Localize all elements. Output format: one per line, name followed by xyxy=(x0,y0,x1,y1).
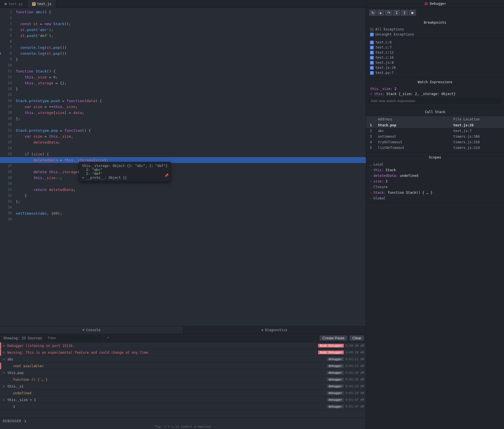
uncaught-exceptions-checkbox[interactable]: ✓Uncaught Exceptions xyxy=(366,32,504,37)
filter-input[interactable] xyxy=(46,335,102,341)
sources-label: Showing: 23 Sources xyxy=(2,336,44,341)
step-into-button[interactable]: ↧ xyxy=(393,9,400,16)
step-out-button[interactable]: ↥ xyxy=(400,9,408,16)
callstack-row[interactable]: 1Stack.poptest.js:26 xyxy=(366,122,504,128)
diagnostics-icon: ⎈ xyxy=(261,328,263,332)
checkbox-icon: ✓ xyxy=(370,71,374,75)
scope-local[interactable]: ⌄Local xyxy=(366,162,504,167)
debugger-label: DEBUGGER xyxy=(3,419,21,423)
console-row: ⊘Debugger listening on port 15116.Node D… xyxy=(0,342,366,349)
scope-var[interactable]: ›deletedData: undefined xyxy=(366,173,504,179)
checkbox-icon: ✓ xyxy=(370,41,374,44)
tab-label: test.js xyxy=(37,2,52,6)
debugger-input-row[interactable]: DEBUGGER ❯ xyxy=(0,418,366,424)
breakpoint-item[interactable]: ✓test.c:11 xyxy=(366,50,504,55)
continue-button[interactable]: ▸ xyxy=(377,9,385,16)
tab-test-py[interactable]: test.py xyxy=(0,0,28,8)
callstack-header: AddressFile Location xyxy=(366,116,504,122)
all-exceptions-checkbox[interactable]: All Exceptions xyxy=(366,27,504,32)
console-row: <not available>debugger9:01:11 AM xyxy=(0,363,366,369)
breakpoints-title: Breakpoints xyxy=(366,19,504,27)
hover-line: 1: "abc" xyxy=(82,168,168,172)
scope-var[interactable]: ›this: Stack xyxy=(366,167,504,173)
create-paste-button[interactable]: Create Paste xyxy=(320,335,347,341)
console-row: undefineddebugger9:01:29 AM xyxy=(0,390,366,397)
regex-toggle[interactable]: .* xyxy=(105,335,111,341)
hover-line: 2: "def" xyxy=(82,172,168,176)
console-icon: ⌘ xyxy=(82,328,84,332)
line-gutter: 1234567891011121314151617181920212223242… xyxy=(0,8,14,326)
console-row: >this._sidebugger9:01:29 AM xyxy=(0,383,366,390)
code-area[interactable]: function abc() { const st = new Stack();… xyxy=(14,8,366,326)
bottom-panel: ⌘Console ⎈Diagnostics Showing: 23 Source… xyxy=(0,326,366,429)
stop-button[interactable]: ■ xyxy=(408,9,416,16)
checkbox-icon: ✓ xyxy=(370,56,374,60)
clear-button[interactable]: Clear xyxy=(349,335,364,341)
breakpoint-item[interactable]: ✓test.c:6 xyxy=(366,40,504,45)
pin-icon[interactable]: 📌 xyxy=(164,173,169,177)
breakpoint-item[interactable]: ✓test.c:16 xyxy=(366,55,504,60)
console-row: ⊘Warning: This is an experimental featur… xyxy=(0,349,366,356)
callstack-row[interactable]: 5listOnTimeouttimers.js:214 xyxy=(366,145,504,151)
tab-console[interactable]: ⌘Console xyxy=(0,326,183,334)
debugger-title: 🐞Debugger xyxy=(366,0,504,8)
callstack-row[interactable]: 4tryOnTimeouttimers.js:250 xyxy=(366,139,504,145)
callstack-row[interactable]: 3ontimeouttimers.js:386 xyxy=(366,134,504,139)
chevron-right-icon: ❯ xyxy=(24,419,27,423)
scope-var[interactable]: ›size: 2 xyxy=(366,179,504,184)
hover-line: > __proto__: Object {} xyxy=(82,176,168,180)
tip-text: Tip: ⌥ + ↵ to insert a newline xyxy=(0,424,366,429)
step-over-button[interactable]: ↷ xyxy=(385,9,393,16)
tab-test-js[interactable]: JS test.js xyxy=(28,0,56,8)
checkbox-icon: ✓ xyxy=(370,33,374,36)
checkbox-icon: ✓ xyxy=(370,66,374,70)
watch-item[interactable]: > this: Stack {_size: 2, _storage: Objec… xyxy=(366,91,504,96)
editor-tabs: test.py JS test.js xyxy=(0,0,366,8)
breakpoint-item[interactable]: ✓test.js:26 xyxy=(366,65,504,70)
scope-closure[interactable]: ⌄Closure xyxy=(366,184,504,190)
console-row: >this.popdebugger9:01:20 AM xyxy=(0,369,366,376)
hover-header: this._storage: Object {1: "abc", 2: "def… xyxy=(82,164,168,168)
hover-tooltip: this._storage: Object {1: "abc", 2: "def… xyxy=(79,162,171,182)
checkbox-icon: ✓ xyxy=(370,51,374,54)
scopes-title: Scopes xyxy=(366,154,504,162)
breakpoint-item[interactable]: ✓test.py:7 xyxy=(366,70,504,75)
tab-label: test.py xyxy=(8,2,23,6)
checkbox-icon: ✓ xyxy=(370,61,374,65)
callstack-row[interactable]: 2abctest.js:7 xyxy=(366,128,504,134)
tab-diagnostics[interactable]: ⎈Diagnostics xyxy=(183,326,366,334)
callstack-title: Call Stack xyxy=(366,109,504,116)
console-row: function () { … }debugger9:01:20 AM xyxy=(0,376,366,383)
watch-item[interactable]: this._size: 2 xyxy=(366,86,504,91)
debugger-panel: 🐞Debugger ↻ ▸ ↷ ↧ ↥ ■ Breakpoints All Ex… xyxy=(366,0,504,429)
bug-icon: 🐞 xyxy=(424,2,428,6)
console-row: >this._size + 1debugger9:01:47 AM xyxy=(0,397,366,403)
checkbox-icon xyxy=(370,28,374,31)
dot-icon xyxy=(5,3,7,5)
checkbox-icon: ✓ xyxy=(370,46,374,49)
console-output[interactable]: ⊘Debugger listening on port 15116.Node D… xyxy=(0,342,366,418)
code-editor[interactable]: 1234567891011121314151617181920212223242… xyxy=(0,8,366,326)
watch-title: Watch Expressions xyxy=(366,79,504,86)
breakpoint-item[interactable]: ✓test.c:7 xyxy=(366,45,504,50)
watch-input[interactable] xyxy=(369,98,501,104)
breakpoint-item[interactable]: ✓test.js:8 xyxy=(366,60,504,65)
restart-button[interactable]: ↻ xyxy=(369,9,377,16)
js-icon: JS xyxy=(32,2,36,6)
scope-global[interactable]: ›Global xyxy=(366,195,504,201)
console-row: 3debugger9:01:47 AM xyxy=(0,403,366,410)
scope-var[interactable]: ›Stack: function Stack() { … } xyxy=(366,190,504,195)
debug-controls: ↻ ▸ ↷ ↧ ↥ ■ xyxy=(366,8,504,18)
console-row: >abcdebugger9:01:11 AM xyxy=(0,356,366,363)
